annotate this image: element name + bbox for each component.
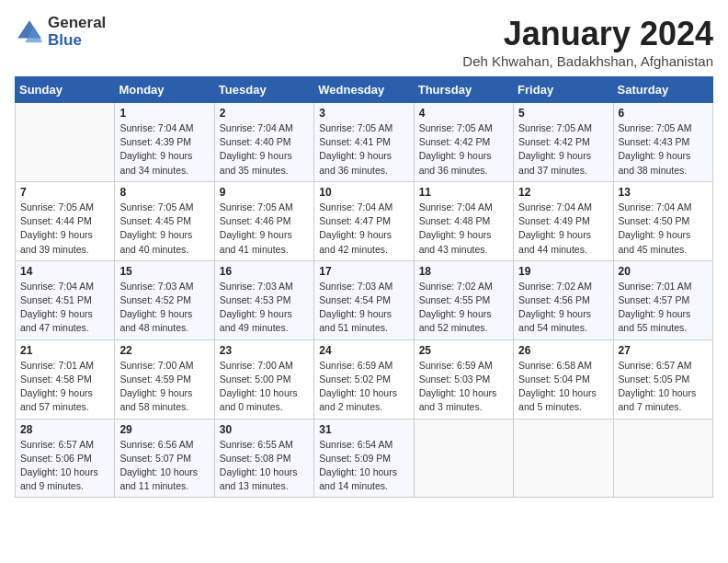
calendar-cell: 29Sunrise: 6:56 AMSunset: 5:07 PMDayligh… xyxy=(115,419,214,498)
calendar-cell: 10Sunrise: 7:04 AMSunset: 4:47 PMDayligh… xyxy=(314,181,414,260)
calendar-cell: 6Sunrise: 7:05 AMSunset: 4:43 PMDaylight… xyxy=(613,103,712,182)
calendar-day-header: Monday xyxy=(115,77,214,103)
calendar-week-row: 1Sunrise: 7:04 AMSunset: 4:39 PMDaylight… xyxy=(16,103,713,182)
day-number: 28 xyxy=(20,423,109,436)
day-detail: Sunrise: 7:03 AMSunset: 4:53 PMDaylight:… xyxy=(220,280,309,336)
day-number: 19 xyxy=(518,265,608,278)
day-detail: Sunrise: 7:04 AMSunset: 4:51 PMDaylight:… xyxy=(20,280,109,336)
calendar-cell: 15Sunrise: 7:03 AMSunset: 4:52 PMDayligh… xyxy=(115,260,214,339)
day-number: 21 xyxy=(20,344,109,357)
day-number: 1 xyxy=(119,107,209,120)
logo-general: General xyxy=(48,15,106,32)
calendar-cell: 2Sunrise: 7:04 AMSunset: 4:40 PMDaylight… xyxy=(214,103,313,182)
day-number: 18 xyxy=(419,265,508,278)
day-detail: Sunrise: 7:05 AMSunset: 4:44 PMDaylight:… xyxy=(20,201,109,257)
day-detail: Sunrise: 7:04 AMSunset: 4:47 PMDaylight:… xyxy=(319,201,408,257)
day-number: 12 xyxy=(518,186,608,199)
calendar-cell xyxy=(414,419,513,498)
calendar-cell: 19Sunrise: 7:02 AMSunset: 4:56 PMDayligh… xyxy=(514,260,613,339)
calendar-day-header: Wednesday xyxy=(314,77,414,103)
day-detail: Sunrise: 6:57 AMSunset: 5:05 PMDaylight:… xyxy=(619,359,708,415)
day-detail: Sunrise: 6:59 AMSunset: 5:02 PMDaylight:… xyxy=(319,359,408,415)
calendar-cell: 27Sunrise: 6:57 AMSunset: 5:05 PMDayligh… xyxy=(613,339,712,419)
calendar-cell: 9Sunrise: 7:05 AMSunset: 4:46 PMDaylight… xyxy=(214,181,313,260)
day-number: 20 xyxy=(619,265,708,278)
day-number: 10 xyxy=(319,186,408,199)
day-detail: Sunrise: 6:59 AMSunset: 5:03 PMDaylight:… xyxy=(419,359,508,415)
day-number: 5 xyxy=(518,107,608,120)
day-detail: Sunrise: 7:05 AMSunset: 4:46 PMDaylight:… xyxy=(220,201,309,257)
day-detail: Sunrise: 7:02 AMSunset: 4:56 PMDaylight:… xyxy=(518,280,608,336)
calendar-cell: 31Sunrise: 6:54 AMSunset: 5:09 PMDayligh… xyxy=(314,419,414,498)
calendar-cell xyxy=(16,103,115,182)
logo-blue: Blue xyxy=(48,32,106,50)
calendar-cell: 1Sunrise: 7:04 AMSunset: 4:39 PMDaylight… xyxy=(115,103,214,182)
day-number: 7 xyxy=(20,186,109,199)
logo-icon xyxy=(15,17,44,47)
calendar-week-row: 7Sunrise: 7:05 AMSunset: 4:44 PMDaylight… xyxy=(16,181,713,260)
calendar-header-row: SundayMondayTuesdayWednesdayThursdayFrid… xyxy=(16,77,713,103)
day-number: 15 xyxy=(119,265,209,278)
day-detail: Sunrise: 7:04 AMSunset: 4:39 PMDaylight:… xyxy=(119,121,209,178)
location: Deh Khwahan, Badakhshan, Afghanistan xyxy=(462,53,713,69)
calendar-cell: 17Sunrise: 7:03 AMSunset: 4:54 PMDayligh… xyxy=(314,260,414,339)
calendar-cell: 5Sunrise: 7:05 AMSunset: 4:42 PMDaylight… xyxy=(514,103,613,182)
calendar-cell: 12Sunrise: 7:04 AMSunset: 4:49 PMDayligh… xyxy=(514,181,613,260)
month-title: January 2024 xyxy=(462,15,713,53)
calendar-cell xyxy=(613,419,712,498)
calendar-day-header: Friday xyxy=(514,77,613,103)
day-detail: Sunrise: 6:58 AMSunset: 5:04 PMDaylight:… xyxy=(518,359,608,415)
calendar-cell xyxy=(514,419,613,498)
calendar-cell: 28Sunrise: 6:57 AMSunset: 5:06 PMDayligh… xyxy=(16,419,115,498)
calendar-day-header: Saturday xyxy=(613,77,712,103)
day-number: 9 xyxy=(220,186,309,199)
day-number: 26 xyxy=(518,344,608,357)
calendar-week-row: 21Sunrise: 7:01 AMSunset: 4:58 PMDayligh… xyxy=(16,339,713,419)
day-detail: Sunrise: 7:03 AMSunset: 4:52 PMDaylight:… xyxy=(119,280,209,336)
day-number: 31 xyxy=(319,423,408,436)
day-number: 4 xyxy=(419,107,508,120)
day-detail: Sunrise: 7:05 AMSunset: 4:43 PMDaylight:… xyxy=(619,121,708,178)
calendar-cell: 16Sunrise: 7:03 AMSunset: 4:53 PMDayligh… xyxy=(214,260,313,339)
calendar-cell: 14Sunrise: 7:04 AMSunset: 4:51 PMDayligh… xyxy=(16,260,115,339)
day-number: 27 xyxy=(619,344,708,357)
calendar-cell: 20Sunrise: 7:01 AMSunset: 4:57 PMDayligh… xyxy=(613,260,712,339)
day-number: 13 xyxy=(619,186,708,199)
day-number: 25 xyxy=(419,344,508,357)
day-detail: Sunrise: 7:04 AMSunset: 4:40 PMDaylight:… xyxy=(220,121,309,178)
calendar-week-row: 14Sunrise: 7:04 AMSunset: 4:51 PMDayligh… xyxy=(16,260,713,339)
calendar-cell: 13Sunrise: 7:04 AMSunset: 4:50 PMDayligh… xyxy=(613,181,712,260)
title-block: January 2024 Deh Khwahan, Badakhshan, Af… xyxy=(462,15,713,69)
day-detail: Sunrise: 7:05 AMSunset: 4:45 PMDaylight:… xyxy=(119,201,209,257)
calendar-cell: 3Sunrise: 7:05 AMSunset: 4:41 PMDaylight… xyxy=(314,103,414,182)
day-detail: Sunrise: 7:01 AMSunset: 4:57 PMDaylight:… xyxy=(619,280,708,336)
day-detail: Sunrise: 7:01 AMSunset: 4:58 PMDaylight:… xyxy=(20,359,109,415)
calendar-day-header: Sunday xyxy=(16,77,115,103)
calendar-week-row: 28Sunrise: 6:57 AMSunset: 5:06 PMDayligh… xyxy=(16,419,713,498)
page-header: General Blue January 2024 Deh Khwahan, B… xyxy=(15,15,713,69)
day-detail: Sunrise: 7:05 AMSunset: 4:41 PMDaylight:… xyxy=(319,121,408,178)
logo-text: General Blue xyxy=(48,15,106,49)
day-detail: Sunrise: 7:05 AMSunset: 4:42 PMDaylight:… xyxy=(419,121,508,178)
day-number: 29 xyxy=(119,423,209,436)
day-number: 2 xyxy=(220,107,309,120)
day-detail: Sunrise: 6:54 AMSunset: 5:09 PMDaylight:… xyxy=(319,438,408,494)
day-detail: Sunrise: 7:00 AMSunset: 4:59 PMDaylight:… xyxy=(119,359,209,415)
day-detail: Sunrise: 7:04 AMSunset: 4:48 PMDaylight:… xyxy=(419,201,508,257)
day-detail: Sunrise: 7:03 AMSunset: 4:54 PMDaylight:… xyxy=(319,280,408,336)
day-number: 11 xyxy=(419,186,508,199)
day-detail: Sunrise: 7:04 AMSunset: 4:49 PMDaylight:… xyxy=(518,201,608,257)
day-number: 17 xyxy=(319,265,408,278)
day-detail: Sunrise: 6:57 AMSunset: 5:06 PMDaylight:… xyxy=(20,438,109,494)
calendar-cell: 22Sunrise: 7:00 AMSunset: 4:59 PMDayligh… xyxy=(115,339,214,419)
calendar-cell: 18Sunrise: 7:02 AMSunset: 4:55 PMDayligh… xyxy=(414,260,513,339)
day-number: 16 xyxy=(220,265,309,278)
day-number: 30 xyxy=(220,423,309,436)
calendar-cell: 8Sunrise: 7:05 AMSunset: 4:45 PMDaylight… xyxy=(115,181,214,260)
day-number: 22 xyxy=(119,344,209,357)
calendar-cell: 4Sunrise: 7:05 AMSunset: 4:42 PMDaylight… xyxy=(414,103,513,182)
calendar-table: SundayMondayTuesdayWednesdayThursdayFrid… xyxy=(15,76,713,498)
calendar-day-header: Tuesday xyxy=(214,77,313,103)
day-detail: Sunrise: 7:00 AMSunset: 5:00 PMDaylight:… xyxy=(220,359,309,415)
day-detail: Sunrise: 7:04 AMSunset: 4:50 PMDaylight:… xyxy=(619,201,708,257)
